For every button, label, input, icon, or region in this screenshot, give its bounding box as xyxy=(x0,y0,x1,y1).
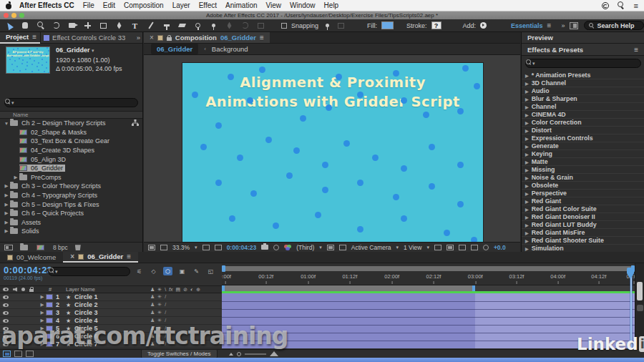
comp-marker-button-icon[interactable] xyxy=(637,305,643,311)
3d-column-icon[interactable]: ⊕ xyxy=(196,287,200,293)
show-snapshot-icon[interactable] xyxy=(273,245,279,250)
effects-category-color-correction[interactable]: ▶Color Correction xyxy=(522,119,644,127)
effects-category-perspective[interactable]: ▶Perspective xyxy=(522,190,644,197)
rotate-tool-icon[interactable] xyxy=(52,21,61,30)
viewer-back-icon[interactable]: ‹ xyxy=(204,46,206,52)
layer-quality-switch[interactable]: / xyxy=(165,302,166,308)
type-tool-icon[interactable]: T xyxy=(130,21,140,30)
layer-expand-icon[interactable]: ▶ xyxy=(39,302,46,308)
effects-category-red-giant-denoiser-ii[interactable]: ▶Red Giant Denoiser II xyxy=(522,213,644,221)
eraser-tool-icon[interactable] xyxy=(177,21,187,30)
puppet-pin-tool-icon[interactable] xyxy=(209,21,218,30)
playhead-marker-icon[interactable] xyxy=(627,273,634,279)
work-area-start-handle[interactable] xyxy=(222,285,225,291)
project-tree-item-03-text-box-create-gear[interactable]: 03_Text Box & Create Gear xyxy=(0,137,142,146)
effects-column-icon[interactable]: ▤ xyxy=(176,287,181,293)
category-caret-icon[interactable]: ▶ xyxy=(525,144,529,149)
category-caret-icon[interactable]: ▶ xyxy=(525,191,529,196)
timeline-button-icon[interactable] xyxy=(459,245,466,250)
effects-search-input[interactable]: ▾ xyxy=(525,59,641,68)
effects-category-channel[interactable]: ▶Channel xyxy=(522,103,644,111)
effects-category-animation-presets[interactable]: ▶* Animation Presets xyxy=(522,72,644,79)
timeline-current-time[interactable]: 0:00:04:23 xyxy=(4,265,53,275)
retain-icon[interactable] xyxy=(26,351,34,357)
category-caret-icon[interactable]: ▶ xyxy=(525,215,529,220)
layer-label-color-chip[interactable] xyxy=(46,302,53,308)
shy-column-icon[interactable]: ♟ xyxy=(150,287,155,293)
scrollbar-thumb[interactable] xyxy=(637,282,643,300)
category-caret-icon[interactable]: ▶ xyxy=(525,246,529,251)
effects-presets-panel-header[interactable]: Effects & Presets ≡ xyxy=(522,44,644,56)
category-caret-icon[interactable]: ▶ xyxy=(525,97,529,102)
category-caret-icon[interactable]: ▶ xyxy=(525,167,529,172)
project-tree-item-precomps[interactable]: ▶PreComps xyxy=(0,173,142,182)
brush-tool-icon[interactable] xyxy=(146,21,155,30)
apple-menu-icon[interactable] xyxy=(6,2,12,9)
tab-project[interactable]: Project≡ xyxy=(0,32,40,44)
tree-caret-icon[interactable]: ▶ xyxy=(3,220,10,225)
close-panel-icon[interactable]: × xyxy=(150,34,154,41)
category-caret-icon[interactable]: ▶ xyxy=(525,199,529,204)
category-caret-icon[interactable]: ▶ xyxy=(525,89,529,94)
workspace-menu-icon[interactable]: ≡ xyxy=(547,21,552,29)
layer-name-column-header[interactable]: Layer Name xyxy=(66,286,95,293)
project-tree-item-05-align-3d[interactable]: 05_Align 3D xyxy=(0,155,142,164)
graph-editor-icon[interactable]: ✎ xyxy=(192,267,201,275)
category-caret-icon[interactable]: ▶ xyxy=(525,152,529,157)
timeline-navigator-bar[interactable] xyxy=(223,266,633,271)
audio-column-icon[interactable] xyxy=(13,288,17,292)
motion-blur-enable-icon[interactable]: ⬡ xyxy=(163,267,172,275)
timeline-layer-row-circle-3[interactable]: ▶3★Circle 3♟✳/ xyxy=(0,309,222,317)
delete-item-icon[interactable] xyxy=(75,244,81,250)
tree-caret-icon[interactable]: ▶ xyxy=(3,183,10,189)
project-bit-depth[interactable]: 8 bpc xyxy=(53,244,68,251)
project-tree-item-ch-5-design-tips-fixes[interactable]: ▶Ch 5 – Design Tips & Fixes xyxy=(0,200,142,209)
project-tree-item-06-gridder[interactable]: 06_Gridder xyxy=(0,164,142,173)
collapse-column-icon[interactable]: ✳ xyxy=(157,287,162,293)
effects-panel-menu-icon[interactable]: ≡ xyxy=(634,46,638,54)
composition-mini-flowchart-icon[interactable]: ⚟ xyxy=(135,267,144,275)
workspace-selector[interactable]: Essentials xyxy=(511,22,543,29)
help-search-box[interactable]: Search Help xyxy=(584,21,644,30)
playhead-handle[interactable] xyxy=(627,268,634,273)
effects-category-keying[interactable]: ▶Keying xyxy=(522,150,644,158)
panel-tabs-overflow-icon[interactable]: » xyxy=(137,34,142,41)
timeline-panel-menu-icon[interactable]: ≡ xyxy=(127,253,131,260)
tab-effect-controls[interactable]: Effect Controls Circle 33 xyxy=(40,32,128,44)
always-preview-icon[interactable] xyxy=(148,245,155,250)
flowchart-button-icon[interactable] xyxy=(471,245,478,250)
video-player-progress-bar[interactable] xyxy=(0,358,644,362)
tree-caret-icon[interactable]: ▶ xyxy=(3,210,10,216)
live-update-icon[interactable] xyxy=(3,351,11,357)
tree-caret-icon[interactable]: ▶ xyxy=(12,175,19,180)
layer-label-color-chip[interactable] xyxy=(46,310,53,315)
reset-exposure-icon[interactable] xyxy=(483,245,489,250)
effects-category-expression-controls[interactable]: ▶Expression Controls xyxy=(522,134,644,142)
category-caret-icon[interactable]: ▶ xyxy=(525,136,529,141)
layer-visibility-icon[interactable] xyxy=(3,311,9,315)
spotlight-search-icon[interactable] xyxy=(618,1,625,9)
project-tree-item-solids[interactable]: ▶Solids xyxy=(0,227,142,236)
tree-caret-icon[interactable]: ▶ xyxy=(3,228,10,234)
effects-category-distort[interactable]: ▶Distort xyxy=(522,127,644,134)
project-item-name[interactable]: 06_Gridder xyxy=(56,47,90,54)
layer-quality-switch[interactable]: / xyxy=(165,294,166,300)
add-menu-icon[interactable] xyxy=(480,22,487,29)
exposure-value[interactable]: +0.0 xyxy=(494,244,506,251)
layer-name[interactable]: Circle 1 xyxy=(74,293,98,300)
motion-blur-column-icon[interactable]: ⊘ xyxy=(183,287,187,293)
category-caret-icon[interactable]: ▶ xyxy=(525,104,529,109)
pen-tool-icon[interactable] xyxy=(114,21,124,30)
video-column-icon[interactable] xyxy=(3,288,9,291)
camera-selector[interactable]: Active Camera xyxy=(351,244,391,251)
menu-item-edit[interactable]: Edit xyxy=(103,1,115,9)
view-layout-selector[interactable]: 1 View xyxy=(404,244,421,251)
menu-item-file[interactable]: File xyxy=(83,1,94,9)
layer-expand-icon[interactable]: ▶ xyxy=(39,310,46,315)
zoom-out-icon[interactable] xyxy=(229,353,233,356)
category-caret-icon[interactable]: ▶ xyxy=(525,128,529,133)
current-time-display[interactable]: 0:00:04:23 xyxy=(227,244,257,251)
layer-shy-switch[interactable]: ♟ xyxy=(150,302,155,308)
layer-expand-icon[interactable]: ▶ xyxy=(39,294,46,300)
menu-item-animation[interactable]: Animation xyxy=(225,1,257,9)
